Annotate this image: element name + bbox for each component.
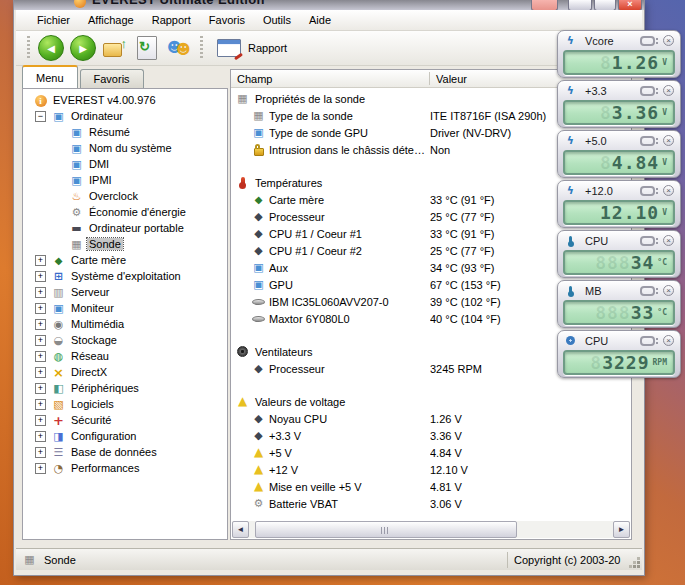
detail-row-mise-en-veille-5-v[interactable]: Mise en veille +5 V4.81 V bbox=[231, 478, 631, 495]
expand-icon[interactable]: + bbox=[35, 319, 46, 330]
menu-fichier[interactable]: Fichier bbox=[28, 11, 79, 29]
gauge-menu-icon[interactable] bbox=[640, 336, 655, 346]
expand-icon[interactable]: + bbox=[35, 271, 46, 282]
rapport-button[interactable]: Rapport bbox=[208, 36, 296, 60]
refresh-button[interactable]: ↻ bbox=[131, 33, 163, 63]
tree-item-sonde[interactable]: Sonde bbox=[23, 236, 227, 252]
users-button[interactable]: ☻☻ bbox=[163, 33, 195, 63]
tree-item-carte-mere[interactable]: +Carte mère bbox=[23, 252, 227, 268]
forward-button[interactable]: ▶ bbox=[67, 33, 99, 63]
up-button[interactable]: ↑ bbox=[99, 33, 131, 63]
tree-item-dmi[interactable]: DMI bbox=[23, 156, 227, 172]
expand-icon[interactable]: + bbox=[35, 255, 46, 266]
tab-strip: MenuFavoris bbox=[22, 66, 146, 88]
gauge-label: Vcore bbox=[585, 35, 636, 47]
tree-item-nom-du-systeme[interactable]: Nom du système bbox=[23, 140, 227, 156]
gauge-menu-icon[interactable] bbox=[640, 36, 655, 46]
tree-item-logiciels[interactable]: +Logiciels bbox=[23, 396, 227, 412]
expand-icon[interactable]: + bbox=[35, 447, 46, 458]
menu-affichage[interactable]: Affichage bbox=[79, 11, 143, 29]
expand-icon[interactable]: + bbox=[35, 463, 46, 474]
column-champ[interactable]: Champ bbox=[231, 73, 429, 85]
gauge-close-icon[interactable]: × bbox=[663, 185, 674, 196]
tree-item-performances[interactable]: +Performances bbox=[23, 460, 227, 476]
gauge-close-icon[interactable]: × bbox=[663, 35, 674, 46]
gauge-menu-icon[interactable] bbox=[640, 286, 655, 296]
gauge-close-icon[interactable]: × bbox=[663, 335, 674, 346]
gauge-close-icon[interactable]: × bbox=[663, 235, 674, 246]
tree-item-label: Résumé bbox=[87, 126, 132, 138]
tree-item-configuration[interactable]: +Configuration bbox=[23, 428, 227, 444]
scroll-right-arrow[interactable]: ► bbox=[613, 521, 630, 538]
tree-item-moniteur[interactable]: +Moniteur bbox=[23, 300, 227, 316]
tab-menu[interactable]: Menu bbox=[22, 65, 78, 88]
tree-item-securite[interactable]: +Sécurité bbox=[23, 412, 227, 428]
expand-icon[interactable]: + bbox=[35, 351, 46, 362]
gauge-close-icon[interactable]: × bbox=[663, 135, 674, 146]
detail-row-noyau-cpu[interactable]: Noyau CPU1.26 V bbox=[231, 410, 631, 427]
tree-item-reseau[interactable]: +Réseau bbox=[23, 348, 227, 364]
gauge-vcore-0[interactable]: Vcore×81.26V bbox=[557, 30, 681, 78]
gauge-menu-icon[interactable] bbox=[640, 136, 655, 146]
gauge-menu-icon[interactable] bbox=[640, 86, 655, 96]
gauge-mb-5[interactable]: MB×88833°C bbox=[557, 280, 681, 328]
expand-icon[interactable]: + bbox=[35, 399, 46, 410]
tree-item-everest-v4-00-976[interactable]: EVEREST v4.00.976 bbox=[23, 92, 227, 108]
menu-favoris[interactable]: Favoris bbox=[200, 11, 254, 29]
tree-item-serveur[interactable]: +Serveur bbox=[23, 284, 227, 300]
detail-row-3-3-v[interactable]: +3.3 V3.36 V bbox=[231, 427, 631, 444]
resize-grip[interactable] bbox=[637, 565, 640, 568]
expand-icon[interactable]: + bbox=[35, 335, 46, 346]
gauge-header: +12.0× bbox=[558, 181, 680, 198]
row-label: +5 V bbox=[269, 447, 428, 459]
toolbar-grip[interactable] bbox=[200, 36, 203, 60]
gauge-menu-icon[interactable] bbox=[640, 186, 655, 196]
expand-icon[interactable]: + bbox=[35, 415, 46, 426]
collapse-icon[interactable]: − bbox=[35, 111, 46, 122]
tree-item-resume[interactable]: Résumé bbox=[23, 124, 227, 140]
tree-item-directx[interactable]: +DirectX bbox=[23, 364, 227, 380]
scroll-left-arrow[interactable]: ◄ bbox=[232, 521, 249, 538]
row-label: IBM IC35L060AVV207-0 bbox=[269, 296, 428, 308]
detail-row-12-v[interactable]: +12 V12.10 V bbox=[231, 461, 631, 478]
menu-rapport[interactable]: Rapport bbox=[143, 11, 200, 29]
tree-item-economie-d-energie[interactable]: Économie d'énergie bbox=[23, 204, 227, 220]
expand-icon[interactable]: + bbox=[35, 287, 46, 298]
expand-icon[interactable]: + bbox=[35, 431, 46, 442]
tree-item-peripheriques[interactable]: +Périphériques bbox=[23, 380, 227, 396]
column-valeur[interactable]: Valeur bbox=[430, 73, 467, 85]
tab-favoris[interactable]: Favoris bbox=[80, 69, 144, 88]
horizontal-scrollbar[interactable]: ◄ ► bbox=[232, 521, 630, 538]
tree-item-base-de-donnees[interactable]: +Base de données bbox=[23, 444, 227, 460]
gauge-menu-icon[interactable] bbox=[640, 236, 655, 246]
tree-item-systeme-d-exploitation[interactable]: +Système d'exploitation bbox=[23, 268, 227, 284]
gauge-5-0-2[interactable]: +5.0×84.84V bbox=[557, 130, 681, 178]
section-header-valeurs-de-voltage[interactable]: Valeurs de voltage bbox=[231, 393, 631, 410]
tree-item-ordinateur[interactable]: −Ordinateur bbox=[23, 108, 227, 124]
gauge-3-3-1[interactable]: +3.3×83.36V bbox=[557, 80, 681, 128]
menu-aide[interactable]: Aide bbox=[300, 11, 340, 29]
gauge-close-icon[interactable]: × bbox=[663, 85, 674, 96]
gauge-cpu-6[interactable]: CPU×83229RPM bbox=[557, 330, 681, 378]
toolbar-grip[interactable] bbox=[27, 36, 30, 60]
back-button[interactable]: ◀ bbox=[35, 33, 67, 63]
tree-item-multimedia[interactable]: +Multimédia bbox=[23, 316, 227, 332]
detail-row-5-v[interactable]: +5 V4.84 V bbox=[231, 444, 631, 461]
cpu-icon bbox=[251, 210, 266, 223]
tree-item-ipmi[interactable]: IPMI bbox=[23, 172, 227, 188]
gauge-cpu-4[interactable]: CPU×88834°C bbox=[557, 230, 681, 278]
scrollbar-track[interactable] bbox=[249, 521, 613, 538]
tree-item-overclock[interactable]: Overclock bbox=[23, 188, 227, 204]
gauge-12-0-3[interactable]: +12.0×12.10V bbox=[557, 180, 681, 228]
volt-icon bbox=[235, 395, 250, 408]
gauge-close-icon[interactable]: × bbox=[663, 285, 674, 296]
menu-outils[interactable]: Outils bbox=[254, 11, 300, 29]
chip-icon bbox=[235, 92, 250, 105]
expand-icon[interactable]: + bbox=[35, 383, 46, 394]
detail-row-batterie-vbat[interactable]: Batterie VBAT3.06 V bbox=[231, 495, 631, 512]
scrollbar-thumb[interactable] bbox=[255, 521, 517, 538]
tree-item-ordinateur-portable[interactable]: Ordinateur portable bbox=[23, 220, 227, 236]
tree-item-stockage[interactable]: +Stockage bbox=[23, 332, 227, 348]
expand-icon[interactable]: + bbox=[35, 303, 46, 314]
expand-icon[interactable]: + bbox=[35, 367, 46, 378]
